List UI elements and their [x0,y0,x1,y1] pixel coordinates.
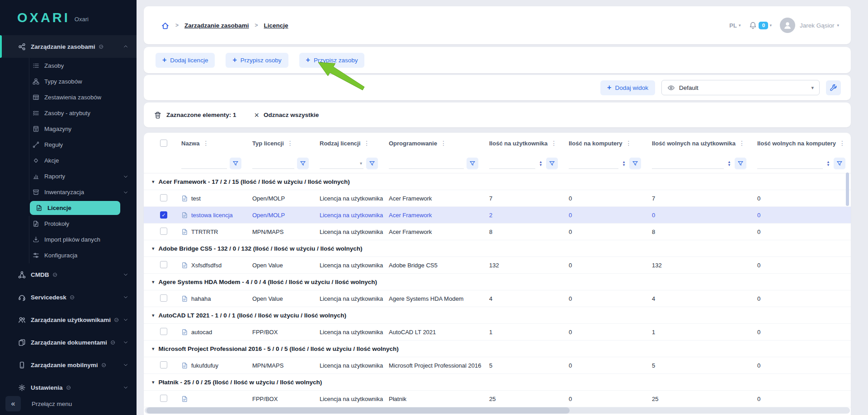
column-header-6[interactable]: Ilość wolnych na użytkownika⋮ [646,140,752,147]
avatar[interactable] [780,18,795,33]
name-cell[interactable]: test [176,195,247,202]
license-name[interactable]: autocad [191,329,212,336]
column-menu-icon[interactable]: ⋮ [838,140,846,147]
column-menu-icon[interactable]: ⋮ [202,140,210,147]
column-header-2[interactable]: Rodzaj licencji⋮ [314,140,383,147]
filter-select[interactable]: ▾ [320,158,363,169]
deselect-all-label[interactable]: Odznacz wszystkie [264,112,319,118]
sidebar-item-licencje[interactable]: Licencje [30,201,120,215]
column-header-4[interactable]: Ilość na użytkownika⋮ [484,140,563,147]
table-row[interactable]: testOpen/MOLPLicencja na użytkownikaAcer… [144,190,851,207]
column-header-0[interactable]: Nazwa⋮ [176,140,247,147]
sidebar-item-konfiguracja[interactable]: Konfiguracja [0,247,137,263]
vertical-scrollbar[interactable] [846,173,849,206]
filter-funnel-button[interactable] [546,158,558,169]
column-header-7[interactable]: Ilość wolnych na komputery⋮ [752,140,851,147]
number-stepper[interactable]: ▴▾ [621,160,627,167]
number-stepper[interactable]: ▴▾ [538,160,543,167]
license-name[interactable]: Xsfsdfsdfsd [191,262,222,269]
collapse-triangle-icon[interactable]: ▾ [152,379,155,385]
row-checkbox[interactable] [160,261,167,268]
table-row[interactable]: hahahaOpen ValueLicencja na użytkownikaA… [144,290,851,307]
name-cell[interactable] [176,396,247,402]
sidebar-item-cmdb[interactable]: CMDB [0,263,137,286]
name-cell[interactable]: hahaha [176,295,247,302]
group-header[interactable]: ▾AutoCAD LT 2021 - 1 / 0 / 1 (Ilość / Il… [144,307,851,324]
column-menu-icon[interactable]: ⋮ [363,140,371,147]
filter-input-2[interactable] [320,158,359,168]
trash-icon[interactable] [154,111,162,119]
sidebar-item-zasoby-atrybuty[interactable]: Zasoby - atrybuty [0,105,137,121]
filter-funnel-button[interactable] [834,158,845,169]
column-menu-icon[interactable]: ⋮ [738,140,746,147]
sidebar-item-zarz-dzanie-mobilnymi[interactable]: Zarządzanie mobilnymi [0,354,137,376]
horizontal-scrollbar[interactable] [145,407,850,414]
filter-input-3[interactable] [389,158,464,169]
step-down-icon[interactable]: ▾ [623,163,625,167]
license-name[interactable]: test [191,195,201,202]
row-checkbox[interactable] [160,395,167,402]
collapse-triangle-icon[interactable]: ▾ [152,346,155,352]
row-checkbox[interactable] [160,194,167,201]
name-cell[interactable]: autocad [176,329,247,336]
group-header[interactable]: ▾Adobe Bridge CS5 - 132 / 0 / 132 (Ilość… [144,240,851,257]
group-header[interactable]: ▾Microsoft Project Professional 2016 - 5… [144,340,851,357]
filter-input-5[interactable] [569,158,618,169]
filter-funnel-button[interactable] [735,158,746,169]
license-name[interactable]: TTRTRTR [191,228,218,235]
dropdown-caret-icon[interactable]: ▾ [359,161,363,166]
column-menu-icon[interactable]: ⋮ [286,140,294,147]
filter-funnel-button[interactable] [467,158,478,169]
sidebar-collapse-toggle[interactable]: « Przełącz menu [0,392,137,415]
step-down-icon[interactable]: ▾ [728,163,731,167]
action-button-przypisz-zasoby[interactable]: +Przypisz zasoby [299,53,365,68]
filter-input-0[interactable] [181,158,227,169]
sidebar-item-servicedesk[interactable]: Servicedesk [0,286,137,308]
row-checkbox[interactable] [160,294,167,302]
column-header-5[interactable]: Ilość na komputery⋮ [563,140,646,147]
name-cell[interactable]: testowa licencja [176,212,247,219]
sidebar-item-inwentaryzacja[interactable]: Inwentaryzacja [0,184,137,200]
sidebar-item-zarz-dzanie-u-ytkownikami[interactable]: Zarządzanie użytkownikami [0,308,137,331]
sidebar-item-import-plik-w-danych[interactable]: Import plików danych [0,232,137,247]
sidebar-item-zestawienia-zasob-w[interactable]: Zestawienia zasobów [0,89,137,105]
filter-funnel-button[interactable] [297,158,309,169]
number-stepper[interactable]: ▴▾ [726,160,732,167]
row-checkbox[interactable] [160,228,167,235]
row-checkbox[interactable] [160,361,167,368]
language-selector[interactable]: PL ▾ [729,22,741,29]
table-row[interactable]: FPP/BOXLicencja na użytkownikaPłatnik250… [144,391,851,407]
column-header-1[interactable]: Typ licencji⋮ [247,140,314,147]
license-name[interactable]: hahaha [191,295,211,302]
breadcrumb-link-licencje[interactable]: Licencje [264,22,288,29]
column-header-3[interactable]: Oprogramowanie⋮ [383,140,484,147]
group-header[interactable]: ▾Płatnik - 25 / 0 / 25 (Ilość / Ilość w … [144,374,851,391]
sidebar-item-regu-y[interactable]: Reguły [0,137,137,153]
row-checkbox[interactable]: ✓ [160,211,167,219]
filter-input-1[interactable] [252,158,294,169]
table-row[interactable]: TTRTRTRMPN/MAPSLicencja na użytkownikaAc… [144,224,851,240]
sidebar-item-zarz-dzanie-dokumentami[interactable]: Zarządzanie dokumentami [0,331,137,354]
collapse-triangle-icon[interactable]: ▾ [152,179,155,185]
table-row[interactable]: autocadFPP/BOXLicencja na użytkownikaAut… [144,324,851,340]
action-button-przypisz-osoby[interactable]: +Przypisz osoby [226,53,288,68]
notifications-button[interactable]: 0 ▾ [749,21,772,30]
filter-funnel-button[interactable] [230,158,241,169]
step-down-icon[interactable]: ▾ [540,163,542,167]
user-menu[interactable]: Jarek Gąsior ▾ [800,22,839,29]
number-stepper[interactable]: ▴▾ [826,160,831,167]
license-name[interactable]: testowa licencja [191,212,233,219]
sidebar-item-typy-zasob-w[interactable]: Typy zasobów [0,74,137,89]
select-all-checkbox[interactable] [160,140,167,147]
sidebar-item-akcje[interactable]: Akcje [0,153,137,168]
group-header[interactable]: ▾Agere Systems HDA Modem - 4 / 0 / 4 (Il… [144,274,851,290]
name-cell[interactable]: Xsfsdfsdfsd [176,262,247,269]
table-row[interactable]: fukufdufuyMPN/MAPSLicencja na użytkownik… [144,357,851,374]
table-row[interactable]: XsfsdfsdfsdOpen ValueLicencja na użytkow… [144,257,851,274]
name-cell[interactable]: fukufdufuy [176,362,247,369]
collapse-triangle-icon[interactable]: ▾ [152,279,155,285]
sidebar-item-raporty[interactable]: Raporty [0,168,137,184]
column-menu-icon[interactable]: ⋮ [550,140,558,147]
breadcrumb-link-zarzadzanie-zasobami[interactable]: Zarządzanie zasobami [184,22,249,29]
add-view-button[interactable]: + Dodaj widok [600,80,655,95]
